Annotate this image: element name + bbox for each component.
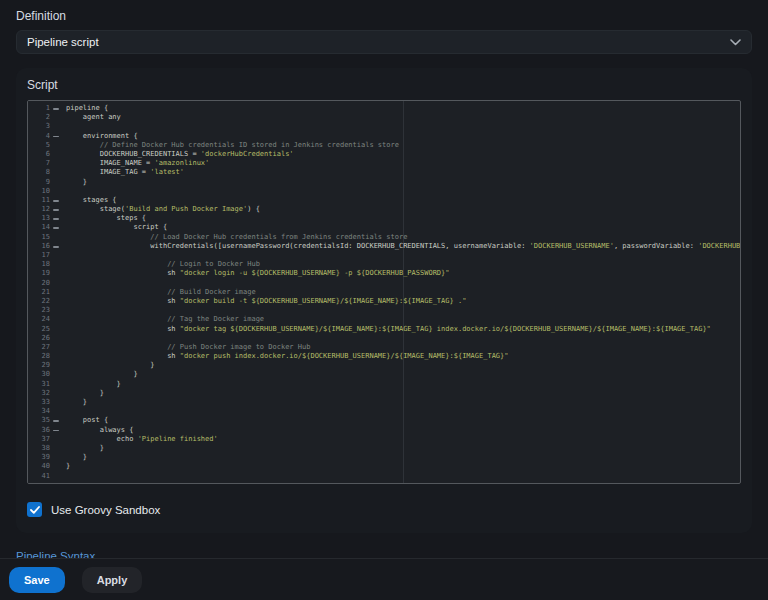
code-line[interactable]: IMAGE_TAG = 'latest' <box>62 168 740 177</box>
gutter-line: 20 <box>28 279 62 288</box>
fold-spacer <box>50 150 62 159</box>
line-number: 13 <box>30 214 50 223</box>
line-number: 26 <box>30 334 50 343</box>
code-line[interactable]: steps { <box>62 214 740 223</box>
code-line[interactable] <box>62 407 740 416</box>
fold-toggle-icon[interactable] <box>50 214 62 223</box>
code-line[interactable]: // Build Docker image <box>62 288 740 297</box>
code-line[interactable]: } <box>62 444 740 453</box>
code-line[interactable]: pipeline { <box>62 104 740 113</box>
gutter-line: 26 <box>28 334 62 343</box>
code-line[interactable]: } <box>62 398 740 407</box>
fold-toggle-icon[interactable] <box>50 205 62 214</box>
code-line[interactable] <box>62 306 740 315</box>
gutter-line: 36 <box>28 426 62 435</box>
code-line[interactable]: sh "docker push index.docker.io/${DOCKER… <box>62 352 740 361</box>
code-line[interactable]: agent any <box>62 113 740 122</box>
code-line[interactable]: script { <box>62 223 740 232</box>
gutter-line: 17 <box>28 251 62 260</box>
code-line[interactable]: sh "docker tag ${DOCKERHUB_USERNAME}/${I… <box>62 325 740 334</box>
line-number: 18 <box>30 260 50 269</box>
code-line[interactable] <box>62 122 740 131</box>
code-line[interactable]: // Load Docker Hub credentials from Jenk… <box>62 233 740 242</box>
code-line[interactable]: } <box>62 370 740 379</box>
fold-toggle-icon[interactable] <box>50 196 62 205</box>
gutter-line: 24 <box>28 315 62 324</box>
fold-toggle-icon[interactable] <box>50 223 62 232</box>
gutter-line: 27 <box>28 343 62 352</box>
code-line[interactable]: } <box>62 462 740 471</box>
code-line[interactable]: environment { <box>62 132 740 141</box>
fold-spacer <box>50 306 62 315</box>
editor-code-area[interactable]: pipeline { agent any environment { // De… <box>62 101 740 483</box>
code-editor[interactable]: 1234567891011121314151617181920212223242… <box>27 100 741 484</box>
script-section: Script 123456789101112131415161718192021… <box>16 68 752 533</box>
line-number: 33 <box>30 398 50 407</box>
code-line[interactable]: } <box>62 453 740 462</box>
definition-label: Definition <box>16 9 752 23</box>
pipeline-config-page: Definition Pipeline script Script 123456… <box>0 0 768 564</box>
gutter-line: 1 <box>28 104 62 113</box>
fold-toggle-icon[interactable] <box>50 104 62 113</box>
code-line[interactable] <box>62 279 740 288</box>
line-number: 17 <box>30 251 50 260</box>
fold-spacer <box>50 334 62 343</box>
save-button[interactable]: Save <box>9 567 65 593</box>
groovy-sandbox-checkbox[interactable] <box>27 502 42 517</box>
code-line[interactable]: } <box>62 389 740 398</box>
code-line[interactable]: post { <box>62 416 740 425</box>
gutter-line: 30 <box>28 370 62 379</box>
gutter-line: 35 <box>28 416 62 425</box>
code-line[interactable]: stages { <box>62 196 740 205</box>
code-line[interactable]: IMAGE_NAME = 'amazonlinux' <box>62 159 740 168</box>
line-number: 6 <box>30 150 50 159</box>
gutter-line: 3 <box>28 122 62 131</box>
apply-button[interactable]: Apply <box>82 567 143 593</box>
gutter-line: 22 <box>28 297 62 306</box>
fold-spacer <box>50 113 62 122</box>
gutter-line: 4 <box>28 132 62 141</box>
code-line[interactable] <box>62 251 740 260</box>
code-line[interactable]: stage('Build and Push Docker Image') { <box>62 205 740 214</box>
code-line[interactable] <box>62 334 740 343</box>
line-number: 2 <box>30 113 50 122</box>
code-line[interactable]: } <box>62 178 740 187</box>
line-number: 41 <box>30 472 50 481</box>
fold-toggle-icon[interactable] <box>50 416 62 425</box>
code-line[interactable]: // Tag the Docker image <box>62 315 740 324</box>
line-number: 16 <box>30 242 50 251</box>
fold-toggle-icon[interactable] <box>50 132 62 141</box>
gutter-line: 18 <box>28 260 62 269</box>
code-line[interactable]: // Define Docker Hub credentials ID stor… <box>62 141 740 150</box>
definition-select[interactable]: Pipeline script <box>16 30 752 54</box>
fold-spacer <box>50 159 62 168</box>
line-number: 28 <box>30 352 50 361</box>
code-line[interactable]: // Push Docker image to Docker Hub <box>62 343 740 352</box>
line-number: 22 <box>30 297 50 306</box>
code-line[interactable] <box>62 472 740 481</box>
gutter-line: 37 <box>28 435 62 444</box>
fold-spacer <box>50 141 62 150</box>
code-line[interactable]: always { <box>62 426 740 435</box>
fold-spacer <box>50 398 62 407</box>
code-line[interactable]: sh "docker build -t ${DOCKERHUB_USERNAME… <box>62 297 740 306</box>
line-number: 14 <box>30 223 50 232</box>
code-line[interactable] <box>62 187 740 196</box>
code-line[interactable]: // Login to Docker Hub <box>62 260 740 269</box>
code-line[interactable]: sh "docker login -u ${DOCKERHUB_USERNAME… <box>62 269 740 278</box>
fold-toggle-icon[interactable] <box>50 242 62 251</box>
gutter-line: 5 <box>28 141 62 150</box>
fold-spacer <box>50 343 62 352</box>
code-line[interactable]: DOCKERHUB_CREDENTIALS = 'dockerHubCreden… <box>62 150 740 159</box>
fold-toggle-icon[interactable] <box>50 426 62 435</box>
groovy-sandbox-label: Use Groovy Sandbox <box>51 504 160 516</box>
line-number: 27 <box>30 343 50 352</box>
code-line[interactable]: echo 'Pipeline finished' <box>62 435 740 444</box>
line-number: 11 <box>30 196 50 205</box>
code-line[interactable]: } <box>62 380 740 389</box>
code-line[interactable]: } <box>62 361 740 370</box>
gutter-line: 31 <box>28 380 62 389</box>
fold-spacer <box>50 370 62 379</box>
code-line[interactable]: withCredentials([usernamePassword(creden… <box>62 242 740 251</box>
fold-spacer <box>50 453 62 462</box>
